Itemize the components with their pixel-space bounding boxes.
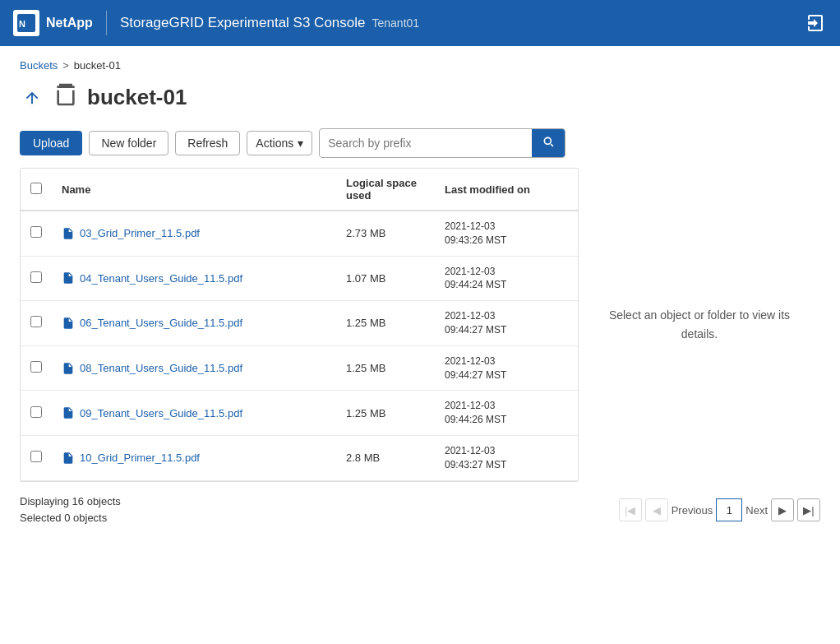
header-date: Last modified on <box>435 169 558 211</box>
next-page-button[interactable]: ▶ <box>771 498 794 521</box>
table-row: 03_Grid_Primer_11.5.pdf 2.73 MB 2021-12-… <box>21 211 578 256</box>
prev-page-button[interactable]: ◀ <box>645 498 668 521</box>
row-date-cell: 2021-12-0309:44:24 MST <box>435 256 558 301</box>
row-date-cell: 2021-12-0309:43:26 MST <box>435 211 558 256</box>
row-checkbox-cell <box>21 301 52 346</box>
row-date: 2021-12-0309:43:27 MST <box>445 444 548 472</box>
row-checkbox-cell <box>21 391 52 436</box>
footer: Displaying 16 objects Selected 0 objects… <box>20 490 820 531</box>
row-checkbox-cell <box>21 211 52 256</box>
search-input[interactable] <box>320 131 532 155</box>
netapp-text: NetApp <box>46 16 93 30</box>
row-scroll-spacer <box>558 435 578 480</box>
file-link-2[interactable]: 06_Tenant_Users_Guide_11.5.pdf <box>62 316 326 331</box>
row-checkbox-cell <box>21 256 52 301</box>
file-link-4[interactable]: 09_Tenant_Users_Guide_11.5.pdf <box>62 405 326 420</box>
row-size-cell: 1.25 MB <box>336 301 435 346</box>
header-divider <box>106 11 107 35</box>
breadcrumb-separator: > <box>62 59 69 72</box>
row-date: 2021-12-0309:44:27 MST <box>445 309 548 337</box>
file-link-1[interactable]: 04_Tenant_Users_Guide_11.5.pdf <box>62 271 326 285</box>
table-row: 04_Tenant_Users_Guide_11.5.pdf 1.07 MB 2… <box>21 256 578 301</box>
table-row: 08_Tenant_Users_Guide_11.5.pdf 1.25 MB 2… <box>21 345 578 391</box>
table-header-row: Name Logical space used Last modified on <box>21 169 578 211</box>
file-name: 09_Tenant_Users_Guide_11.5.pdf <box>80 407 242 419</box>
table-row: 09_Tenant_Users_Guide_11.5.pdf 1.25 MB 2… <box>21 391 578 436</box>
row-date: 2021-12-0309:43:26 MST <box>445 220 548 248</box>
row-date: 2021-12-0309:44:24 MST <box>445 265 548 293</box>
row-checkbox-5[interactable] <box>30 451 42 462</box>
actions-label: Actions <box>256 137 293 150</box>
row-scroll-spacer <box>558 301 578 346</box>
file-link-0[interactable]: 03_Grid_Primer_11.5.pdf <box>62 226 326 241</box>
refresh-button[interactable]: Refresh <box>175 131 240 155</box>
row-name-cell: 08_Tenant_Users_Guide_11.5.pdf <box>52 345 336 391</box>
table-container: Name Logical space used Last modified on <box>20 168 820 482</box>
row-checkbox-4[interactable] <box>30 406 42 418</box>
file-link-3[interactable]: 08_Tenant_Users_Guide_11.5.pdf <box>62 361 326 376</box>
breadcrumb-buckets-link[interactable]: Buckets <box>20 59 58 72</box>
file-icon <box>62 271 75 285</box>
row-date: 2021-12-0309:44:27 MST <box>445 354 548 382</box>
up-navigate-button[interactable] <box>20 86 44 110</box>
file-name: 04_Tenant_Users_Guide_11.5.pdf <box>80 272 242 285</box>
row-size-cell: 1.07 MB <box>336 256 435 301</box>
row-checkbox-cell <box>21 345 52 391</box>
file-icon <box>62 316 75 331</box>
previous-label[interactable]: Previous <box>672 504 713 517</box>
row-date-cell: 2021-12-0309:44:27 MST <box>435 301 558 346</box>
row-scroll-spacer <box>558 345 578 391</box>
breadcrumb-current: bucket-01 <box>74 59 121 72</box>
exit-button[interactable] <box>804 12 827 35</box>
row-name-cell: 03_Grid_Primer_11.5.pdf <box>52 211 336 256</box>
file-name: 08_Tenant_Users_Guide_11.5.pdf <box>80 362 242 374</box>
page-title-row: bucket-01 <box>20 81 820 114</box>
footer-info: Displaying 16 objects Selected 0 objects <box>20 493 121 528</box>
row-date: 2021-12-0309:44:26 MST <box>445 399 548 427</box>
detail-panel: Select an object or folder to view its d… <box>579 168 820 482</box>
new-folder-button[interactable]: New folder <box>89 131 168 155</box>
header-name: Name <box>52 169 336 211</box>
upload-button[interactable]: Upload <box>20 131 82 155</box>
actions-button[interactable]: Actions ▾ <box>247 131 312 155</box>
row-checkbox-0[interactable] <box>30 226 42 238</box>
main-content: Buckets > bucket-01 bucket-01 Upload New… <box>0 46 840 644</box>
row-name-cell: 10_Grid_Primer_11.5.pdf <box>52 435 336 480</box>
row-name-cell: 09_Tenant_Users_Guide_11.5.pdf <box>52 391 336 436</box>
file-name: 06_Tenant_Users_Guide_11.5.pdf <box>80 317 242 329</box>
first-page-button[interactable]: |◀ <box>619 498 642 521</box>
file-table: Name Logical space used Last modified on <box>21 169 578 481</box>
row-name-cell: 06_Tenant_Users_Guide_11.5.pdf <box>52 301 336 346</box>
row-checkbox-3[interactable] <box>30 361 42 373</box>
scroll-spacer <box>558 169 578 211</box>
row-size-cell: 1.25 MB <box>336 345 435 391</box>
row-size-cell: 2.73 MB <box>336 211 435 256</box>
current-page: 1 <box>716 498 742 521</box>
file-name: 03_Grid_Primer_11.5.pdf <box>80 227 200 239</box>
row-date-cell: 2021-12-0309:44:27 MST <box>435 345 558 391</box>
last-page-button[interactable]: ▶| <box>797 498 820 521</box>
row-scroll-spacer <box>558 211 578 256</box>
logo: N NetApp <box>13 10 93 36</box>
header-checkbox-col <box>21 169 52 211</box>
row-checkbox-1[interactable] <box>30 271 42 283</box>
bucket-icon <box>53 81 79 114</box>
svg-text:N: N <box>19 19 25 29</box>
table-row: 10_Grid_Primer_11.5.pdf 2.8 MB 2021-12-0… <box>21 435 578 480</box>
row-date-cell: 2021-12-0309:44:26 MST <box>435 391 558 436</box>
next-label[interactable]: Next <box>745 504 768 517</box>
file-name: 10_Grid_Primer_11.5.pdf <box>80 452 200 464</box>
detail-panel-text: Select an object or folder to view its d… <box>595 306 804 343</box>
selected-count: Selected 0 objects <box>20 510 121 527</box>
file-link-5[interactable]: 10_Grid_Primer_11.5.pdf <box>62 451 326 466</box>
row-date-cell: 2021-12-0309:43:27 MST <box>435 435 558 480</box>
breadcrumb: Buckets > bucket-01 <box>20 59 820 72</box>
row-scroll-spacer <box>558 391 578 436</box>
row-name-cell: 04_Tenant_Users_Guide_11.5.pdf <box>52 256 336 301</box>
file-icon <box>62 226 75 241</box>
search-button[interactable] <box>532 129 565 157</box>
pagination: |◀ ◀ Previous 1 Next ▶ ▶| <box>619 498 820 521</box>
row-checkbox-2[interactable] <box>30 316 42 327</box>
select-all-checkbox[interactable] <box>30 183 42 194</box>
file-table-wrapper: Name Logical space used Last modified on <box>20 168 579 482</box>
